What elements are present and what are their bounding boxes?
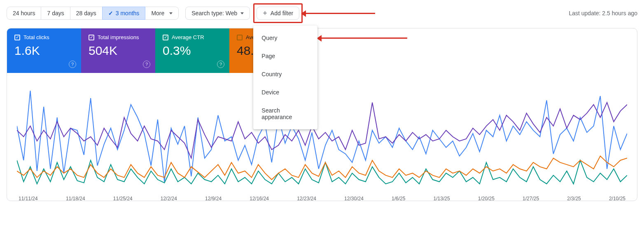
search-type-select[interactable]: Search type: Web bbox=[185, 7, 250, 20]
x-tick: 12/23/24 bbox=[297, 196, 316, 201]
metrics-row: Total clicks1.6K?Total impressions504K?A… bbox=[7, 28, 637, 73]
x-tick: 11/25/24 bbox=[113, 196, 133, 201]
x-tick: 11/11/24 bbox=[19, 196, 38, 201]
x-tick: 12/2/24 bbox=[161, 196, 177, 201]
metric-value: 0.3% bbox=[163, 44, 222, 58]
x-tick: 11/18/24 bbox=[66, 196, 85, 201]
x-tick: 2/3/25 bbox=[567, 196, 581, 201]
x-tick: 1/6/25 bbox=[392, 196, 405, 201]
date-range-group: 24 hours7 days28 days3 monthsMore bbox=[7, 7, 179, 20]
help-icon[interactable]: ? bbox=[69, 61, 76, 68]
date-range-label: 24 hours bbox=[13, 10, 35, 16]
date-range-label: 7 days bbox=[47, 10, 64, 16]
x-axis: 11/11/2411/18/2411/25/2412/2/2412/9/2412… bbox=[17, 192, 627, 201]
x-tick: 2/10/25 bbox=[609, 196, 625, 201]
date-range-label: 3 months bbox=[116, 10, 140, 16]
metric-total-impressions[interactable]: Total impressions504K? bbox=[81, 28, 155, 73]
x-tick: 1/20/25 bbox=[478, 196, 495, 201]
series-total-impressions bbox=[17, 103, 627, 158]
date-range-3-months[interactable]: 3 months bbox=[102, 7, 146, 20]
check-icon bbox=[108, 10, 113, 16]
annotation-arrow bbox=[305, 13, 375, 14]
help-icon[interactable]: ? bbox=[143, 61, 150, 68]
date-range-28-days[interactable]: 28 days bbox=[70, 7, 103, 20]
last-update-text: Last update: 2.5 hours ago bbox=[569, 10, 637, 16]
add-filter-button[interactable]: + Add filter bbox=[257, 7, 299, 20]
date-range-more[interactable]: More bbox=[145, 7, 179, 20]
search-type-label: Search type: Web bbox=[191, 10, 237, 16]
line-chart bbox=[17, 85, 627, 192]
date-range-7-days[interactable]: 7 days bbox=[41, 7, 70, 20]
metric-checkbox[interactable] bbox=[14, 35, 20, 40]
performance-card: Total clicks1.6K?Total impressions504K?A… bbox=[7, 28, 637, 201]
x-tick: 1/27/25 bbox=[523, 196, 539, 201]
filter-menu-device[interactable]: Device bbox=[253, 83, 317, 101]
metric-label: Total impressions bbox=[98, 34, 139, 40]
metric-checkbox[interactable] bbox=[237, 35, 243, 40]
date-range-label: 28 days bbox=[76, 10, 96, 16]
metric-checkbox[interactable] bbox=[89, 35, 94, 40]
metric-label: Average CTR bbox=[172, 34, 204, 40]
x-tick: 12/30/24 bbox=[344, 196, 364, 201]
filter-menu-country[interactable]: Country bbox=[253, 65, 317, 83]
add-filter-label: Add filter bbox=[271, 10, 293, 16]
x-tick: 12/9/24 bbox=[205, 196, 222, 201]
chart-area: 11/11/2411/18/2411/25/2412/2/2412/9/2412… bbox=[7, 73, 637, 201]
metric-value: 1.6K bbox=[14, 44, 74, 58]
metric-checkbox[interactable] bbox=[163, 35, 168, 40]
metric-value: 504K bbox=[89, 44, 148, 58]
filter-menu-search-appearance[interactable]: Search appearance bbox=[253, 101, 317, 126]
more-label: More bbox=[151, 10, 164, 16]
metric-average-ctr[interactable]: Average CTR0.3%? bbox=[155, 28, 229, 73]
toolbar: 24 hours7 days28 days3 monthsMore Search… bbox=[7, 7, 637, 20]
add-filter-menu: QueryPageCountryDeviceSearch appearance bbox=[253, 26, 317, 129]
plus-icon: + bbox=[263, 10, 267, 16]
filter-menu-query[interactable]: Query bbox=[253, 29, 317, 47]
x-tick: 12/16/24 bbox=[250, 196, 269, 201]
x-tick: 1/13/25 bbox=[434, 196, 450, 201]
metric-total-clicks[interactable]: Total clicks1.6K? bbox=[7, 28, 81, 73]
caret-down-icon bbox=[240, 12, 244, 14]
filter-menu-page[interactable]: Page bbox=[253, 47, 317, 65]
caret-down-icon bbox=[169, 12, 173, 14]
metric-label: Total clicks bbox=[23, 34, 49, 40]
date-range-24-hours[interactable]: 24 hours bbox=[7, 7, 41, 20]
help-icon[interactable]: ? bbox=[217, 61, 224, 68]
series-average-position bbox=[17, 156, 627, 180]
